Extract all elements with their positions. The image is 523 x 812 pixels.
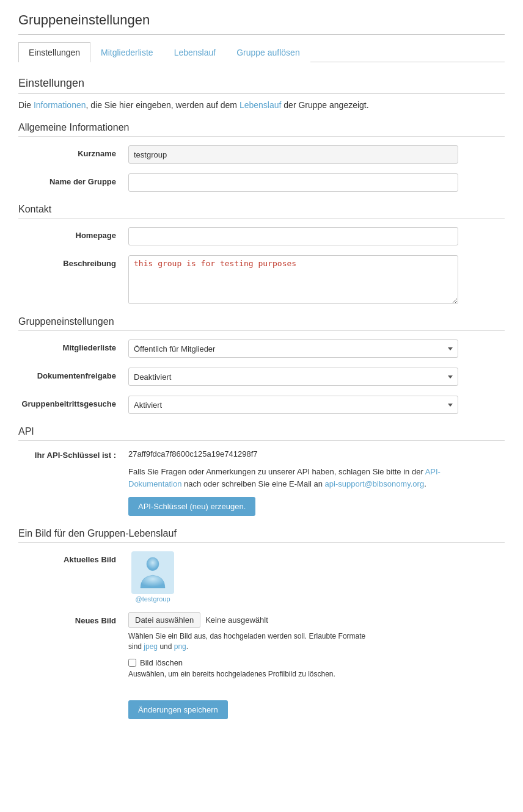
dokumentenfreigabe-group: Dokumentenfreigabe Deaktiviert Aktiviert bbox=[18, 368, 505, 386]
info-link-lebenslauf[interactable]: Lebenslauf bbox=[240, 100, 282, 110]
homepage-input[interactable] bbox=[128, 227, 458, 245]
name-der-gruppe-label: Name der Gruppe bbox=[18, 173, 128, 186]
gruppeneinstellungen-title: Gruppeneinstellungen bbox=[18, 316, 505, 331]
bild-section: Ein Bild für den Gruppen-Lebenslauf Aktu… bbox=[18, 528, 505, 719]
save-button-row: Änderungen speichern bbox=[128, 700, 505, 719]
tab-gruppe-aufloesen[interactable]: Gruppe auflösen bbox=[226, 42, 310, 62]
kurzname-group: Kurzname bbox=[18, 145, 505, 164]
avatar-image bbox=[131, 551, 174, 594]
api-title: API bbox=[18, 426, 505, 441]
avatar-username: @testgroup bbox=[135, 595, 170, 603]
kontakt-title: Kontakt bbox=[18, 204, 505, 219]
beschreibung-input[interactable]: this group is for testing purposes bbox=[128, 255, 458, 304]
aktuelles-bild-label: Aktuelles Bild bbox=[18, 551, 128, 564]
avatar-person-icon bbox=[137, 554, 168, 591]
homepage-group: Homepage bbox=[18, 227, 505, 245]
new-image-controls: Datei auswählen Keine ausgewählt Wählen … bbox=[128, 612, 373, 691]
file-no-selected: Keine ausgewählt bbox=[205, 615, 268, 625]
kontakt-section: Kontakt Homepage Beschreibung this group… bbox=[18, 204, 505, 304]
save-button[interactable]: Änderungen speichern bbox=[128, 700, 228, 719]
api-info-text: Falls Sie Fragen oder Anmerkungen zu uns… bbox=[128, 466, 458, 490]
dokumentenfreigabe-select[interactable]: Deaktiviert Aktiviert bbox=[128, 368, 458, 386]
neues-bild-label: Neues Bild bbox=[18, 612, 128, 625]
tab-einstellungen[interactable]: Einstellungen bbox=[18, 42, 90, 62]
tab-mitgliederliste[interactable]: Mitgliederliste bbox=[90, 42, 164, 62]
einstellungen-section: Einstellungen Die Informationen, die Sie… bbox=[18, 77, 505, 110]
api-email-link[interactable]: api-support@bibsonomy.org bbox=[325, 479, 425, 488]
api-section: API Ihr API-Schlüssel ist : 27aff9fdca7f… bbox=[18, 426, 505, 516]
name-der-gruppe-group: Name der Gruppe bbox=[18, 173, 505, 192]
page-title: Gruppeneinstellungen bbox=[18, 12, 505, 35]
file-input-row: Datei auswählen Keine ausgewählt bbox=[128, 612, 373, 628]
beschreibung-group: Beschreibung this group is for testing p… bbox=[18, 255, 505, 304]
tab-lebenslauf[interactable]: Lebenslauf bbox=[164, 42, 227, 62]
api-key-row: Ihr API-Schlüssel ist : 27aff9fdca7f8600… bbox=[18, 449, 505, 460]
api-key-label: Ihr API-Schlüssel ist : bbox=[18, 449, 128, 460]
delete-image-checkbox[interactable] bbox=[128, 659, 136, 667]
homepage-label: Homepage bbox=[18, 227, 128, 240]
kurzname-label: Kurzname bbox=[18, 145, 128, 158]
tab-bar: Einstellungen Mitgliederliste Lebenslauf… bbox=[18, 42, 505, 62]
delete-hint: Auswählen, um ein bereits hochgeladenes … bbox=[128, 670, 373, 678]
delete-image-label: Bild löschen bbox=[140, 658, 183, 667]
einstellungen-title: Einstellungen bbox=[18, 77, 505, 94]
api-key-value: 27aff9fdca7f8600c125a19e741298f7 bbox=[128, 449, 258, 459]
api-regenerate-button[interactable]: API-Schlüssel (neu) erzeugen. bbox=[128, 497, 255, 516]
delete-checkbox-row: Bild löschen bbox=[128, 658, 373, 667]
name-der-gruppe-input[interactable] bbox=[128, 173, 458, 192]
aktuelles-bild-group: Aktuelles Bild bbox=[18, 551, 505, 603]
jpeg-link[interactable]: jpeg bbox=[144, 642, 158, 651]
beschreibung-label: Beschreibung bbox=[18, 255, 128, 268]
kurzname-input[interactable] bbox=[128, 145, 458, 164]
svg-point-0 bbox=[147, 557, 159, 571]
dokumentenfreigabe-label: Dokumentenfreigabe bbox=[18, 368, 128, 380]
mitgliederliste-label: Mitgliederliste bbox=[18, 339, 128, 352]
mitgliederliste-select[interactable]: Öffentlich für Mitglieder Privat Öffentl… bbox=[128, 339, 458, 358]
gruppeneinstellungen-section: Gruppeneinstellungen Mitgliederliste Öff… bbox=[18, 316, 505, 414]
neues-bild-group: Neues Bild Datei auswählen Keine ausgewä… bbox=[18, 612, 505, 691]
gruppenbeitrittsgesuche-group: Gruppenbeitrittsgesuche Aktiviert Deakti… bbox=[18, 396, 505, 414]
gruppenbeitrittsgesuche-label: Gruppenbeitrittsgesuche bbox=[18, 396, 128, 408]
mitgliederliste-group: Mitgliederliste Öffentlich für Mitgliede… bbox=[18, 339, 505, 358]
file-hint: Wählen Sie ein Bild aus, das hochgeladen… bbox=[128, 631, 373, 652]
avatar-container: @testgroup bbox=[128, 551, 177, 603]
allgemeine-title: Allgemeine Informationen bbox=[18, 122, 505, 137]
bild-title: Ein Bild für den Gruppen-Lebenslauf bbox=[18, 528, 505, 543]
file-choose-button[interactable]: Datei auswählen bbox=[128, 612, 200, 628]
einstellungen-info: Die Informationen, die Sie hier eingeben… bbox=[18, 100, 505, 110]
png-link[interactable]: png bbox=[174, 642, 186, 651]
allgemeine-section: Allgemeine Informationen Kurzname Name d… bbox=[18, 122, 505, 192]
info-link-informationen[interactable]: Informationen bbox=[34, 100, 86, 110]
gruppenbeitrittsgesuche-select[interactable]: Aktiviert Deaktiviert bbox=[128, 396, 458, 414]
